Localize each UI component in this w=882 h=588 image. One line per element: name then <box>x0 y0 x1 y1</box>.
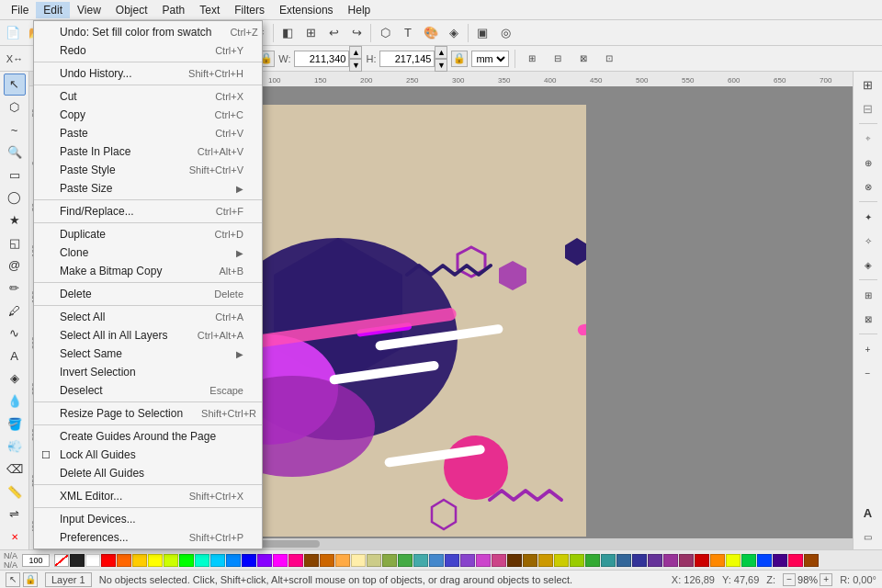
rp-letter-a[interactable]: A <box>857 502 879 524</box>
pen-tool[interactable]: 🖊 <box>4 300 26 322</box>
fill-btn[interactable]: 🎨 <box>420 22 442 44</box>
unit-select[interactable]: mmpxincm <box>471 51 509 67</box>
palette-red[interactable] <box>101 554 116 567</box>
palette-brown[interactable] <box>304 554 319 567</box>
text-tool[interactable]: A <box>4 345 26 368</box>
menu-undo[interactable]: Undo: Set fill color from swatch Ctrl+Z <box>34 23 262 41</box>
snap-btn[interactable]: ◎ <box>494 22 516 44</box>
lock-aspect-wh-btn[interactable]: 🔒 <box>451 51 468 67</box>
rp-btn8[interactable]: ⊠ <box>857 308 879 330</box>
rp-btn5[interactable]: ✧ <box>857 230 879 252</box>
transform-btn[interactable]: X↔ <box>4 48 26 70</box>
palette-white[interactable] <box>85 554 100 567</box>
calligraphy-tool[interactable]: ∿ <box>4 322 26 345</box>
w-input[interactable] <box>294 51 349 67</box>
palette-steel[interactable] <box>429 554 444 567</box>
fill-tool[interactable]: 🪣 <box>4 413 26 435</box>
menu-object[interactable]: Object <box>108 2 155 18</box>
palette-none[interactable] <box>54 554 69 567</box>
menu-select-all[interactable]: Select All Ctrl+A <box>34 308 262 326</box>
palette-forest[interactable] <box>398 554 413 567</box>
rp-btn9[interactable]: + <box>857 338 879 360</box>
palette-lime[interactable] <box>164 554 178 567</box>
ellipse-tool[interactable]: ◯ <box>4 187 26 209</box>
opacity-input[interactable] <box>22 554 50 567</box>
spiral-tool[interactable]: @ <box>4 254 26 277</box>
palette-dk-teal[interactable] <box>601 554 616 567</box>
3d-box-tool[interactable]: ◱ <box>4 232 26 254</box>
palette-mauve[interactable] <box>476 554 491 567</box>
palette-orange[interactable] <box>117 554 131 567</box>
pencil-tool[interactable]: ✏ <box>4 277 26 300</box>
menu-bitmap-copy[interactable]: Make a Bitmap Copy Alt+B <box>34 262 262 280</box>
palette-dk-green2[interactable] <box>570 554 584 567</box>
palette-yellow[interactable] <box>148 554 163 567</box>
connector-tool[interactable]: ⇌ <box>4 503 26 526</box>
palette-violet[interactable] <box>257 554 272 567</box>
menu-create-guides[interactable]: Create Guides Around the Page <box>34 427 262 446</box>
menu-edit[interactable]: Edit <box>36 2 70 18</box>
align-horiz-btn[interactable]: ⊞ <box>521 48 543 70</box>
snap-bbox-btn[interactable]: ⊟ <box>857 97 879 119</box>
node-edit-btn[interactable]: ⬡ <box>374 22 396 44</box>
lock-icon[interactable]: 🔒 <box>23 572 38 587</box>
menu-delete[interactable]: Delete Delete <box>34 285 262 303</box>
undo-btn[interactable]: ↩ <box>322 22 345 44</box>
palette-extra1[interactable] <box>695 554 709 567</box>
h-input[interactable] <box>379 51 435 67</box>
star-tool[interactable]: ★ <box>4 209 26 232</box>
palette-magenta[interactable] <box>273 554 288 567</box>
menu-input-devices[interactable]: Input Devices... <box>34 510 262 528</box>
palette-dk-orchid[interactable] <box>663 554 678 567</box>
menu-preferences[interactable]: Preferences... Shift+Ctrl+P <box>34 528 262 547</box>
menu-extensions[interactable]: Extensions <box>272 2 341 18</box>
gradient-tool[interactable]: ◈ <box>4 368 26 390</box>
palette-sky[interactable] <box>226 554 241 567</box>
menu-cut[interactable]: Cut Ctrl+X <box>34 87 262 106</box>
palette-dk-forest[interactable] <box>585 554 600 567</box>
palette-black[interactable] <box>70 554 85 567</box>
palette-olive[interactable] <box>382 554 397 567</box>
palette-extra3[interactable] <box>726 554 741 567</box>
rp-btn10[interactable]: − <box>857 362 879 384</box>
gradient-btn[interactable]: ◈ <box>443 22 465 44</box>
text-tool-btn[interactable]: T <box>397 22 419 44</box>
align-left-btn[interactable]: ◧ <box>277 22 299 44</box>
palette-gold[interactable] <box>335 554 350 567</box>
palette-dk-purple[interactable] <box>648 554 662 567</box>
rp-btn4[interactable]: ✦ <box>857 206 879 228</box>
menu-undo-history[interactable]: Undo History... Shift+Ctrl+H <box>34 64 262 83</box>
group-btn[interactable]: ▣ <box>471 22 493 44</box>
palette-teal[interactable] <box>195 554 209 567</box>
pointer-icon[interactable]: ↖ <box>6 572 20 587</box>
palette-green[interactable] <box>179 554 194 567</box>
eraser-tool[interactable]: ⌫ <box>4 458 26 481</box>
palette-navy[interactable] <box>445 554 459 567</box>
palette-blue[interactable] <box>242 554 256 567</box>
palette-khaki[interactable] <box>367 554 381 567</box>
palette-extra5[interactable] <box>757 554 772 567</box>
palette-extra6[interactable] <box>773 554 787 567</box>
new-btn[interactable]: 📄 <box>2 22 24 44</box>
menu-delete-guides[interactable]: Delete All Guides <box>34 464 262 482</box>
menu-copy[interactable]: Copy Ctrl+C <box>34 106 262 124</box>
palette-cream[interactable] <box>351 554 366 567</box>
palette-extra2[interactable] <box>710 554 725 567</box>
palette-extra8[interactable] <box>804 554 819 567</box>
rp-btn6[interactable]: ◈ <box>857 254 879 276</box>
menu-select-all-layers[interactable]: Select All in All Layers Ctrl+Alt+A <box>34 326 262 345</box>
align-bottom-btn[interactable]: ⊡ <box>598 48 620 70</box>
palette-extra7[interactable] <box>788 554 803 567</box>
menu-text[interactable]: Text <box>192 2 227 18</box>
palette-rose[interactable] <box>492 554 506 567</box>
align-vert-btn[interactable]: ⊟ <box>547 48 569 70</box>
palette-dk-navy[interactable] <box>632 554 647 567</box>
menu-invert-selection[interactable]: Invert Selection <box>34 363 262 381</box>
menu-clone[interactable]: Clone ▶ <box>34 243 262 262</box>
zoom-tool[interactable]: 🔍 <box>4 141 26 164</box>
palette-dk-brown[interactable] <box>507 554 522 567</box>
rp-btn2[interactable]: ⊕ <box>857 152 879 174</box>
palette-copper[interactable] <box>320 554 334 567</box>
snap-nodes-btn[interactable]: ⊞ <box>857 74 879 96</box>
h-down-btn[interactable]: ▼ <box>435 59 447 72</box>
